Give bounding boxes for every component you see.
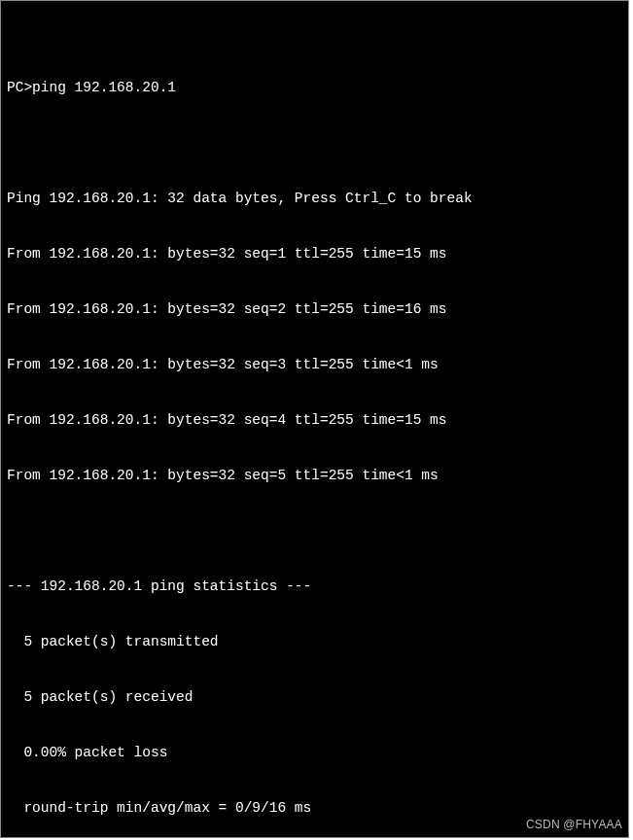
terminal-window[interactable]: PC>ping 192.168.20.1 Ping 192.168.20.1: …: [0, 0, 629, 838]
watermark-text: CSDN @FHYAAA: [526, 816, 622, 834]
ping-reply: From 192.168.20.1: bytes=32 seq=1 ttl=25…: [7, 245, 622, 263]
blank-line: [7, 522, 622, 541]
ping-header: Ping 192.168.20.1: 32 data bytes, Press …: [7, 190, 622, 208]
command-line: PC>ping 192.168.20.1: [7, 79, 622, 97]
stats-header: --- 192.168.20.1 ping statistics ---: [7, 578, 622, 596]
stats-line: 5 packet(s) received: [7, 688, 622, 707]
prompt: PC>: [7, 80, 32, 95]
stats-line: 0.00% packet loss: [7, 744, 622, 762]
ping-reply: From 192.168.20.1: bytes=32 seq=5 ttl=25…: [7, 467, 622, 485]
ping-reply: From 192.168.20.1: bytes=32 seq=2 ttl=25…: [7, 300, 622, 319]
blank-line: [7, 134, 622, 153]
command-text: ping 192.168.20.1: [32, 80, 176, 95]
stats-line: 5 packet(s) transmitted: [7, 633, 622, 651]
ping-reply: From 192.168.20.1: bytes=32 seq=3 ttl=25…: [7, 356, 622, 374]
ping-reply: From 192.168.20.1: bytes=32 seq=4 ttl=25…: [7, 411, 622, 430]
